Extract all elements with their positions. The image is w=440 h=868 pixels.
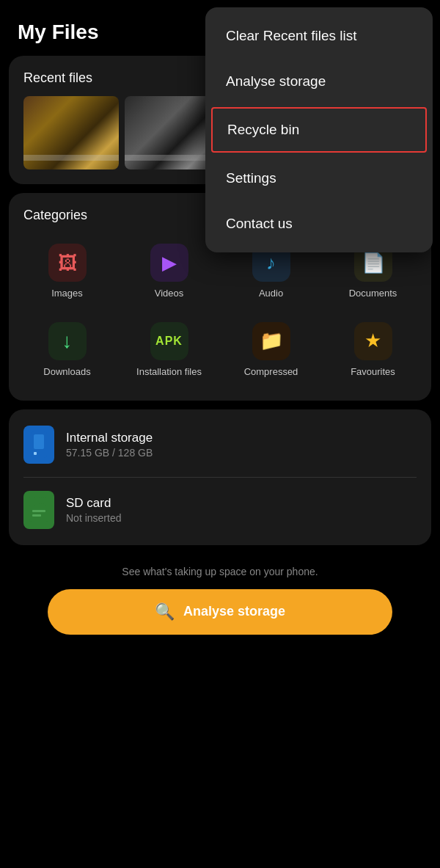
- favourites-label: Favourites: [351, 366, 395, 379]
- svg-rect-7: [45, 497, 48, 506]
- sd-card-item[interactable]: SD card Not inserted: [9, 478, 431, 542]
- images-icon: 🖼: [48, 244, 87, 282]
- sd-card-detail: Not inserted: [66, 512, 121, 524]
- downloads-icon: ↓: [48, 322, 87, 360]
- internal-storage-item[interactable]: Internal storage 57.15 GB / 128 GB: [9, 412, 431, 477]
- downloads-label: Downloads: [43, 366, 90, 379]
- internal-storage-detail: 57.15 GB / 128 GB: [66, 447, 153, 459]
- menu-item-settings-label: Settings: [226, 170, 276, 186]
- internal-storage-icon: [23, 426, 54, 464]
- categories-grid: 🖼 Images ▶ Videos ♪ Audio 📄 Documents ↓ …: [16, 236, 424, 386]
- svg-rect-8: [32, 510, 45, 512]
- bottom-hint: See what's taking up space on your phone…: [122, 566, 318, 577]
- internal-storage-name: Internal storage: [66, 431, 153, 445]
- sd-card-name: SD card: [66, 496, 121, 511]
- apk-icon: APK: [150, 322, 188, 360]
- thumbnail-1[interactable]: [23, 96, 119, 169]
- category-videos[interactable]: ▶ Videos: [118, 236, 220, 307]
- menu-item-analyse-storage-label: Analyse storage: [226, 73, 326, 89]
- menu-item-clear-recent-label: Clear Recent files list: [226, 28, 356, 43]
- svg-rect-9: [32, 514, 41, 517]
- bottom-section: See what's taking up space on your phone…: [0, 554, 440, 657]
- category-downloads[interactable]: ↓ Downloads: [16, 315, 118, 386]
- analyse-btn-label: Analyse storage: [183, 604, 285, 619]
- audio-label: Audio: [259, 288, 283, 300]
- menu-item-contact-us-label: Contact us: [226, 216, 293, 231]
- category-compressed[interactable]: 📁 Compressed: [220, 315, 322, 386]
- dropdown-menu: Clear Recent files list Analyse storage …: [205, 7, 433, 252]
- analyse-storage-button[interactable]: 🔍 Analyse storage: [48, 589, 392, 635]
- menu-item-clear-recent[interactable]: Clear Recent files list: [205, 13, 433, 59]
- menu-item-recycle-bin[interactable]: Recycle bin: [211, 107, 427, 153]
- menu-item-contact-us[interactable]: Contact us: [205, 201, 433, 247]
- videos-icon: ▶: [150, 244, 188, 282]
- svg-rect-1: [34, 452, 37, 455]
- storage-section: Internal storage 57.15 GB / 128 GB SD ca…: [9, 409, 431, 545]
- installation-files-label: Installation files: [136, 366, 202, 379]
- videos-label: Videos: [155, 288, 184, 300]
- favourites-icon: ★: [354, 322, 392, 360]
- analyse-icon: 🔍: [155, 602, 175, 621]
- documents-label: Documents: [349, 288, 397, 300]
- category-installation-files[interactable]: APK Installation files: [118, 315, 220, 386]
- category-images[interactable]: 🖼 Images: [16, 236, 118, 307]
- compressed-icon: 📁: [252, 322, 290, 360]
- svg-rect-6: [41, 497, 44, 504]
- svg-rect-5: [37, 497, 40, 504]
- internal-storage-info: Internal storage 57.15 GB / 128 GB: [66, 431, 153, 459]
- phone-wrapper: My Files Recent files Categories 🖼 Image…: [0, 0, 440, 868]
- category-favourites[interactable]: ★ Favourites: [322, 315, 424, 386]
- images-label: Images: [51, 288, 83, 300]
- menu-item-analyse-storage[interactable]: Analyse storage: [205, 59, 433, 104]
- sd-card-info: SD card Not inserted: [66, 496, 121, 524]
- menu-item-recycle-bin-label: Recycle bin: [227, 122, 299, 137]
- menu-item-settings[interactable]: Settings: [205, 156, 433, 201]
- compressed-label: Compressed: [244, 366, 298, 379]
- page-title: My Files: [18, 21, 98, 43]
- svg-rect-4: [29, 497, 35, 506]
- svg-rect-2: [34, 434, 44, 449]
- sd-card-icon: [23, 491, 54, 529]
